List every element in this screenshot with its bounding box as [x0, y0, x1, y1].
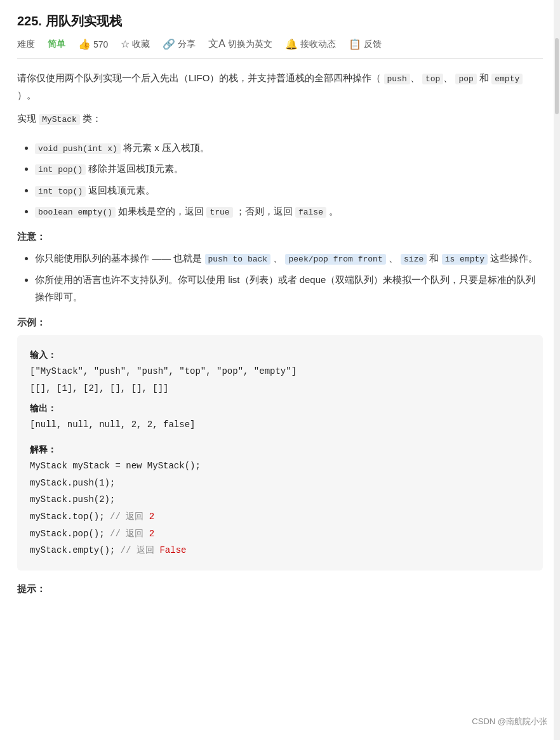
- method-empty-sig: boolean empty(): [35, 207, 116, 218]
- method-top: int top() 返回栈顶元素。: [35, 182, 543, 199]
- op-top: top: [422, 74, 443, 84]
- feedback-button[interactable]: 📋 反馈: [349, 38, 382, 50]
- code-line-6: myStack.empty(); // 返回 False: [30, 542, 530, 559]
- method-push-sig: void push(int x): [35, 143, 121, 154]
- feedback-label: 反馈: [364, 39, 382, 50]
- bracket-text: ）。: [17, 89, 36, 100]
- like-button[interactable]: 👍 570: [78, 38, 108, 50]
- note-item-2: 你所使用的语言也许不支持队列。你可以使用 list（列表）或者 deque（双端…: [35, 271, 543, 305]
- input-line1: ["MyStack", "push", "push", "top", "pop"…: [30, 363, 530, 380]
- input-line2: [[], [1], [2], [], [], []]: [30, 380, 530, 397]
- method-empty: boolean empty() 如果栈是空的，返回 true ；否则，返回 fa…: [35, 202, 543, 220]
- tips-section: 提示：: [17, 583, 543, 595]
- explain-label: 解释：: [30, 441, 530, 458]
- example-title: 示例：: [17, 317, 543, 329]
- note-list: 你只能使用队列的基本操作 —— 也就是 push to back 、 peek/…: [17, 249, 543, 305]
- note-title: 注意：: [17, 231, 543, 243]
- example-section: 示例： 输入： ["MyStack", "push", "push", "top…: [17, 317, 543, 571]
- true-value: true: [206, 207, 232, 218]
- intro-text: 请你仅使用两个队列实现一个后入先出（LIFO）的栈，并支持普通栈的全部四种操作（: [17, 72, 381, 83]
- like-count: 570: [93, 39, 108, 50]
- share-button[interactable]: 🔗 分享: [163, 38, 196, 50]
- op-push-to-back: push to back: [205, 254, 271, 265]
- class-name: MyStack: [39, 114, 80, 125]
- code-line-3: myStack.push(2);: [30, 491, 530, 508]
- output-value: [null, null, null, 2, 2, false]: [30, 416, 530, 433]
- share-icon: 🔗: [163, 38, 175, 50]
- subscribe-button[interactable]: 🔔 接收动态: [285, 38, 336, 50]
- code-line-1: MyStack myStack = new MyStack();: [30, 458, 530, 475]
- code-line-4: myStack.top(); // 返回 2: [30, 508, 530, 525]
- lang-switch-label: 切换为英文: [228, 39, 272, 50]
- method-pop: int pop() 移除并返回栈顶元素。: [35, 160, 543, 177]
- op-pop: pop: [455, 74, 476, 84]
- op-size: size: [401, 254, 427, 265]
- example-code-block: 输入： ["MyStack", "push", "push", "top", "…: [17, 335, 543, 571]
- problem-description: 请你仅使用两个队列实现一个后入先出（LIFO）的栈，并支持普通栈的全部四种操作（…: [17, 69, 543, 128]
- op-empty: empty: [491, 74, 523, 84]
- class-intro: 实现: [17, 113, 39, 124]
- collect-button[interactable]: ☆ 收藏: [121, 38, 150, 50]
- problem-title-text: 用队列实现栈: [46, 14, 122, 28]
- bell-icon: 🔔: [285, 38, 298, 50]
- code-line-5: myStack.pop(); // 返回 2: [30, 525, 530, 543]
- op-push: push: [384, 74, 410, 84]
- output-label: 输出：: [30, 400, 530, 417]
- note-item-1: 你只能使用队列的基本操作 —— 也就是 push to back 、 peek/…: [35, 249, 543, 267]
- translate-icon: 文A: [208, 37, 225, 51]
- difficulty-label: 难度: [17, 39, 35, 50]
- op-peek-pop: peek/pop from front: [285, 254, 385, 265]
- difficulty-value: 简单: [48, 39, 65, 50]
- meta-bar: 难度 简单 👍 570 ☆ 收藏 🔗 分享 文A 切换为英文 🔔 接收动态 📋 …: [17, 37, 543, 59]
- note-section: 注意： 你只能使用队列的基本操作 —— 也就是 push to back 、 p…: [17, 231, 543, 305]
- comment-pop: // 返回 2: [110, 529, 154, 539]
- scrollbar-thumb[interactable]: [555, 38, 559, 114]
- watermark: CSDN @南航院小张: [472, 716, 547, 727]
- comment-empty: // 返回 False: [121, 545, 187, 555]
- feedback-icon: 📋: [349, 38, 361, 50]
- problem-number: 225.: [17, 14, 42, 28]
- and-text: 和: [479, 72, 491, 83]
- methods-list: void push(int x) 将元素 x 压入栈顶。 int pop() 移…: [17, 139, 543, 220]
- op-is-empty: is empty: [442, 254, 488, 265]
- problem-title: 225. 用队列实现栈: [17, 13, 543, 30]
- like-icon: 👍: [78, 38, 91, 50]
- method-push: void push(int x) 将元素 x 压入栈顶。: [35, 139, 543, 156]
- collect-label: 收藏: [132, 39, 150, 50]
- share-label: 分享: [178, 39, 196, 50]
- star-icon: ☆: [121, 38, 130, 50]
- method-pop-sig: int pop(): [35, 164, 86, 175]
- subscribe-label: 接收动态: [300, 39, 336, 50]
- false-value: false: [295, 207, 326, 218]
- comment-top: // 返回 2: [110, 512, 154, 522]
- lang-switch-button[interactable]: 文A 切换为英文: [208, 37, 272, 51]
- scrollbar-track[interactable]: [554, 0, 560, 740]
- method-top-sig: int top(): [35, 186, 86, 197]
- input-label: 输入：: [30, 347, 530, 364]
- class-suffix: 类：: [83, 113, 102, 124]
- code-line-2: myStack.push(1);: [30, 475, 530, 492]
- tips-title: 提示：: [17, 583, 543, 595]
